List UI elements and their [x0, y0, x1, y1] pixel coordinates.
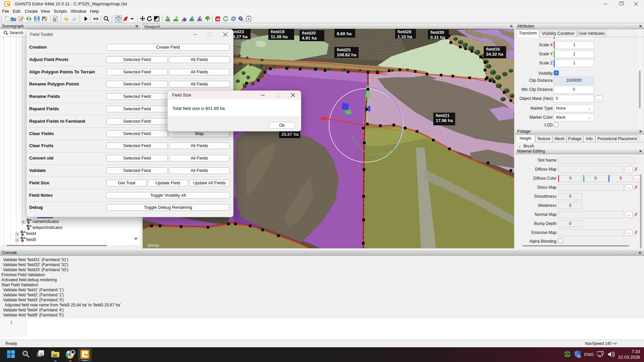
- svg-text:field25: field25: [337, 47, 351, 52]
- svg-text:25.67 ha: 25.67 ha: [281, 132, 299, 137]
- svg-text:field19: field19: [271, 29, 284, 34]
- svg-text:0.31 ha: 0.31 ha: [430, 35, 445, 40]
- svg-text:field20: field20: [302, 31, 316, 36]
- svg-text:field30: field30: [430, 30, 444, 35]
- svg-text:8.60 ha: 8.60 ha: [337, 31, 352, 36]
- svg-text:field16: field16: [486, 47, 500, 52]
- svg-text:11.38 ha: 11.38 ha: [271, 34, 288, 39]
- svg-text:17.98 ha: 17.98 ha: [436, 118, 453, 123]
- svg-text:field28: field28: [397, 29, 411, 34]
- svg-text:8.27 ha: 8.27 ha: [233, 34, 248, 39]
- svg-text:field21: field21: [436, 113, 449, 118]
- svg-text:persp: persp: [148, 243, 159, 248]
- svg-text:1.10 ha: 1.10 ha: [397, 34, 413, 39]
- svg-text:AB: AB: [216, 18, 220, 21]
- svg-text:4.91 ha: 4.91 ha: [302, 36, 317, 41]
- svg-text:34.32 ha: 34.32 ha: [486, 52, 503, 57]
- svg-text:108.82 ha: 108.82 ha: [337, 52, 357, 57]
- svg-text:F: F: [201, 19, 202, 21]
